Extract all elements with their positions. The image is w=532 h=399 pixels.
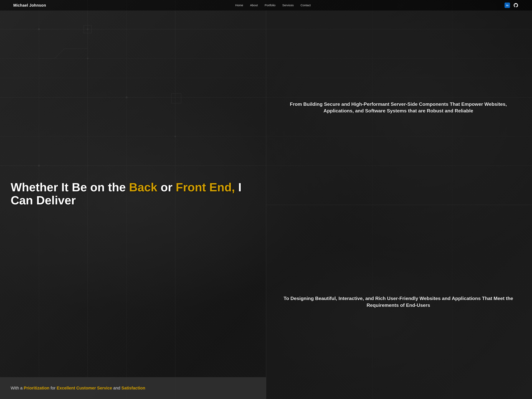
subtext-highlight-satisfaction: Satisfaction [121,386,145,390]
headline-back: Back [129,180,157,194]
nav-portfolio[interactable]: Portfolio [265,4,276,7]
hero-right-top-area: From Building Secure and High-Performant… [266,11,532,205]
subtext-highlight-service: Excellent Customer Service [57,386,112,390]
nav-home[interactable]: Home [235,4,243,7]
nav-contact[interactable]: Contact [300,4,310,7]
navigation: Michael Johnson Home About Portfolio Ser… [0,0,532,11]
hero-left-panel: Whether It Be on the Back or Front End, … [0,0,266,399]
nav-services[interactable]: Services [282,4,294,7]
hero-right-top-text: From Building Secure and High-Performant… [275,101,521,114]
hero-headline: Whether It Be on the Back or Front End, … [11,181,257,207]
headline-front: Front End, [176,180,235,194]
nav-social-icons: in [505,2,519,8]
nav-about[interactable]: About [250,4,258,7]
brand-name: Michael Johnson [13,3,46,8]
hero-right-panel: From Building Secure and High-Performant… [266,0,532,399]
hero-divider [266,11,266,399]
hero-headline-area: Whether It Be on the Back or Front End, … [0,11,266,377]
hero-subtext: With a Prioritization for Excellent Cust… [11,385,257,391]
github-icon[interactable] [513,2,519,8]
hero-subtext-area: With a Prioritization for Excellent Cust… [0,377,266,399]
hero-right-bottom-area: To Designing Beautiful, Interactive, and… [266,205,532,399]
hero-section: Whether It Be on the Back or Front End, … [0,0,532,399]
nav-links: Home About Portfolio Services Contact [235,4,310,7]
subtext-highlight-prioritization: Prioritization [24,386,50,390]
hero-right-bottom-text: To Designing Beautiful, Interactive, and… [275,295,521,309]
linkedin-icon[interactable]: in [505,3,510,8]
